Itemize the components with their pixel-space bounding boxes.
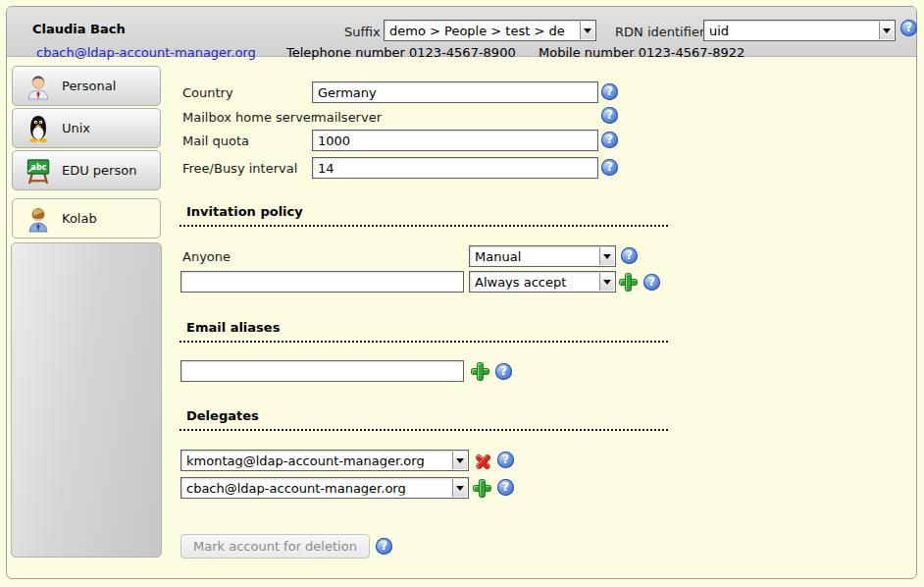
help-icon[interactable] bbox=[900, 20, 917, 36]
account-name: Claudia Bach bbox=[32, 22, 126, 36]
country-label: Country bbox=[182, 85, 233, 100]
delegate-select[interactable]: kmontag@ldap-account-manager.org bbox=[180, 450, 469, 471]
new-email-alias-input[interactable] bbox=[180, 360, 464, 382]
tab-label: EDU person bbox=[62, 163, 136, 178]
country-input[interactable] bbox=[312, 81, 598, 103]
tab-label: Personal bbox=[62, 79, 116, 93]
help-icon[interactable] bbox=[601, 83, 618, 100]
tab-personal[interactable]: Personal bbox=[12, 66, 161, 106]
help-icon[interactable] bbox=[495, 363, 512, 380]
section-heading-delegates: Delegates bbox=[180, 408, 668, 431]
suffix-label: Suffix bbox=[344, 25, 381, 39]
chevron-down-icon bbox=[580, 22, 594, 39]
add-icon[interactable] bbox=[472, 363, 488, 380]
add-icon[interactable] bbox=[474, 480, 490, 497]
new-invitation-policy-select[interactable]: Always accept bbox=[469, 271, 616, 293]
anyone-label: Anyone bbox=[182, 249, 231, 264]
anyone-policy-select[interactable]: Manual bbox=[469, 245, 616, 267]
help-icon[interactable] bbox=[601, 132, 618, 148]
mobile-value: 0123-4567-8922 bbox=[639, 45, 745, 60]
chevron-down-icon bbox=[452, 452, 467, 469]
tab-label: Unix bbox=[62, 121, 90, 135]
chevron-down-icon bbox=[599, 247, 614, 265]
delete-icon[interactable] bbox=[475, 453, 491, 469]
chevron-down-icon bbox=[879, 22, 894, 39]
tab-label: Kolab bbox=[62, 211, 97, 226]
rdn-label: RDN identifier bbox=[615, 25, 704, 39]
help-icon[interactable] bbox=[621, 247, 638, 264]
anyone-policy-value: Manual bbox=[475, 249, 597, 264]
chevron-down-icon bbox=[452, 479, 467, 497]
add-icon[interactable] bbox=[620, 274, 637, 291]
new-delegate-value: cbach@ldap-account-manager.org bbox=[186, 481, 450, 496]
telephone-value: 0123-4567-8900 bbox=[409, 45, 516, 60]
help-icon[interactable] bbox=[601, 107, 618, 124]
rdn-select-value: uid bbox=[709, 24, 877, 38]
mailbox-home-server-label: Mailbox home server bbox=[182, 110, 316, 125]
kolab-person-icon bbox=[24, 204, 53, 234]
account-header: Claudia Bach Suffix demo > People > test… bbox=[7, 7, 916, 57]
mail-quota-input[interactable] bbox=[312, 130, 598, 151]
help-icon[interactable] bbox=[643, 274, 660, 291]
penguin-icon bbox=[24, 114, 53, 143]
new-delegate-select[interactable]: cbach@ldap-account-manager.org bbox=[180, 477, 469, 499]
freebusy-interval-label: Free/Busy interval bbox=[182, 161, 297, 176]
svg-text:abc: abc bbox=[31, 163, 47, 172]
mobile-text: Mobile number 0123-4567-8922 bbox=[539, 45, 744, 60]
mail-quota-label: Mail quota bbox=[182, 133, 249, 148]
help-icon[interactable] bbox=[497, 452, 514, 468]
delegate-value: kmontag@ldap-account-manager.org bbox=[186, 454, 450, 468]
section-heading-email-aliases: Email aliases bbox=[180, 320, 668, 343]
section-heading-invitation-policy: Invitation policy bbox=[180, 204, 668, 227]
person-icon bbox=[24, 72, 53, 101]
mailbox-home-server-value: mailserver bbox=[314, 110, 382, 125]
suffix-select-value: demo > People > test > de bbox=[389, 24, 578, 38]
telephone-text: Telephone number 0123-4567-8900 bbox=[286, 45, 516, 60]
freebusy-interval-input[interactable] bbox=[312, 157, 598, 179]
page: { "header": { "name": "Claudia Bach", "e… bbox=[0, 0, 924, 587]
telephone-label: Telephone number bbox=[286, 45, 405, 60]
chevron-down-icon bbox=[599, 273, 614, 291]
tab-unix[interactable]: Unix bbox=[12, 108, 161, 148]
mark-account-for-deletion-button[interactable]: Mark account for deletion bbox=[180, 534, 370, 559]
new-invitation-policy-value: Always accept bbox=[475, 275, 597, 290]
mobile-label: Mobile number bbox=[539, 45, 635, 60]
account-email-link[interactable]: cbach@ldap-account-manager.org bbox=[36, 45, 256, 60]
suffix-select[interactable]: demo > People > test > de bbox=[384, 20, 596, 41]
new-invitation-target-input[interactable] bbox=[180, 271, 464, 293]
chalkboard-icon: abc bbox=[24, 156, 53, 186]
sidebar-panel bbox=[11, 242, 162, 558]
help-icon[interactable] bbox=[497, 479, 514, 496]
help-icon[interactable] bbox=[376, 538, 392, 555]
tab-edu-person[interactable]: abc EDU person bbox=[12, 150, 161, 190]
rdn-select[interactable]: uid bbox=[703, 20, 896, 41]
help-icon[interactable] bbox=[601, 159, 618, 176]
tab-kolab[interactable]: Kolab bbox=[12, 198, 161, 239]
